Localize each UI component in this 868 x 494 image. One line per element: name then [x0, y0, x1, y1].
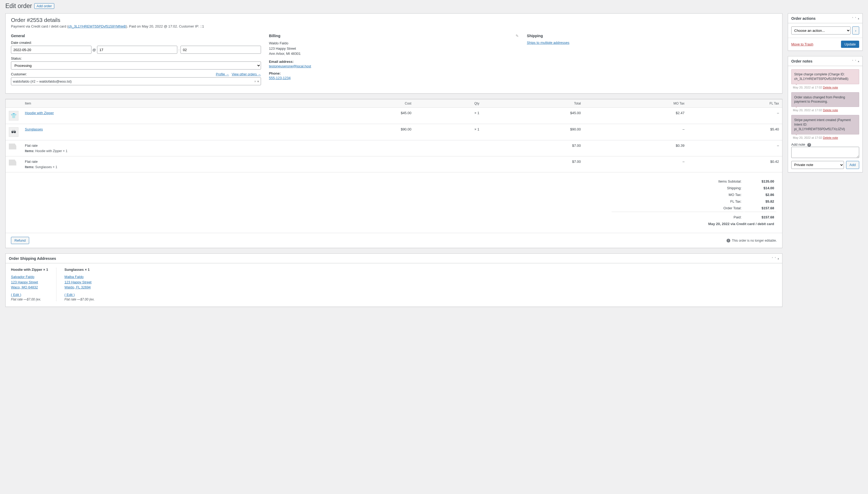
- customer-select[interactable]: waldofaldo (#2 – waldofaldo@woo.tst) × ▾: [11, 77, 261, 85]
- total-label: MO Tax:: [611, 192, 744, 198]
- colon: :: [178, 48, 180, 52]
- email-label: Email address:: [269, 60, 519, 64]
- paid-value: $157.68: [744, 212, 776, 220]
- total-value: $5.82: [744, 198, 776, 205]
- items-meta-label: Items:: [25, 149, 34, 153]
- ship-edit-link[interactable]: ( Edit ): [64, 292, 95, 298]
- total-label: Shipping:: [611, 185, 744, 191]
- shipping-name: Flat rate: [25, 159, 310, 164]
- note-timestamp: May 20, 2022 at 17:02: [793, 109, 822, 112]
- total-label: Order Total:: [611, 205, 744, 211]
- ship-total: $7.00: [483, 156, 584, 172]
- product-link[interactable]: Hoodie with Zipper: [25, 111, 54, 115]
- item-total: $90.00: [483, 124, 584, 140]
- shipping-icon: [9, 144, 16, 149]
- order-note: Stripe payment intent created (Payment I…: [791, 115, 859, 134]
- date-created-input[interactable]: [11, 46, 92, 54]
- note-type-select[interactable]: Private note: [791, 161, 844, 169]
- update-button[interactable]: Update: [841, 41, 859, 48]
- billing-phone-link[interactable]: 555-123-1234: [269, 76, 291, 80]
- toggle-icon[interactable]: ▴: [858, 17, 859, 20]
- billing-heading: Billing: [269, 34, 281, 38]
- ships-multiple-link[interactable]: Ships to multiple addresses: [527, 41, 569, 45]
- delete-note-link[interactable]: Delete note: [823, 136, 838, 139]
- run-action-button[interactable]: ›: [852, 26, 859, 35]
- move-up-icon[interactable]: ˄: [852, 60, 853, 62]
- status-label: Status:: [11, 56, 261, 60]
- general-column: General Date created: @ :: [11, 34, 261, 88]
- edit-billing-icon[interactable]: ✎: [515, 34, 519, 38]
- view-other-orders-link[interactable]: View other orders →: [232, 73, 261, 76]
- item-motax: –: [584, 124, 688, 140]
- profile-link[interactable]: Profile →: [216, 73, 229, 76]
- move-up-icon[interactable]: ˄: [852, 17, 853, 20]
- items-meta-value: Sunglasses × 1: [35, 165, 57, 169]
- move-to-trash-link[interactable]: Move to Trash: [791, 42, 813, 46]
- ship-edit-link[interactable]: ( Edit ): [11, 292, 48, 298]
- add-note-textarea[interactable]: [791, 147, 859, 158]
- toggle-icon[interactable]: ▴: [858, 60, 859, 62]
- item-fltax: –: [688, 108, 782, 124]
- col-item: Item: [22, 99, 313, 108]
- product-thumb-icon: 🕶: [9, 127, 18, 137]
- ship-street-link[interactable]: 123 Happy Street: [11, 280, 48, 285]
- add-note-label: Add note: [791, 142, 805, 147]
- move-down-icon[interactable]: ˅: [855, 60, 856, 62]
- page-title: Edit order: [5, 2, 32, 10]
- ship-method: Flat rate —$7.00 (ex.: [64, 298, 95, 301]
- delete-note-link[interactable]: Delete note: [823, 86, 838, 89]
- billing-column: Billing ✎ Waldo Faldo 123 Happy Street A…: [269, 34, 519, 88]
- col-qty: Qty: [414, 99, 483, 108]
- billing-citystate: Ann Arbor, MI 48301: [269, 51, 519, 56]
- toggle-icon[interactable]: ▴: [778, 257, 779, 260]
- add-note-button[interactable]: Add: [846, 161, 859, 169]
- move-down-icon[interactable]: ˅: [775, 257, 776, 260]
- ship-street-link[interactable]: 123 Happy Street: [64, 280, 95, 285]
- add-order-button[interactable]: Add order: [34, 3, 54, 9]
- total-value: $157.68: [744, 205, 776, 211]
- shipping-line-row: Flat rate Items: Sunglasses × 1 $7.00 – …: [6, 156, 782, 172]
- total-value: $2.86: [744, 192, 776, 198]
- shipping-column: Shipping Ships to multiple addresses: [527, 34, 777, 88]
- delete-note-link[interactable]: Delete note: [823, 109, 838, 112]
- status-select[interactable]: Processing: [11, 61, 261, 70]
- ship-name-link[interactable]: Salvador Faldo: [11, 274, 48, 280]
- shipping-icon: [9, 159, 16, 166]
- item-fltax: $5.40: [688, 124, 782, 140]
- items-meta-label: Items:: [25, 165, 34, 169]
- order-action-select[interactable]: Choose an action...: [791, 26, 851, 35]
- ship-city-link[interactable]: Waco, MO 64832: [11, 285, 48, 290]
- refund-button[interactable]: Refund: [11, 237, 29, 244]
- ship-card-title: Sunglasses × 1: [64, 268, 95, 271]
- clear-customer-icon[interactable]: × ▾: [254, 79, 259, 83]
- billing-email-link[interactable]: testoneuserone@local.host: [269, 64, 311, 68]
- shipping-addresses-box: Order Shipping Addresses ˄ ˅ ▴ Hoodie wi…: [5, 253, 782, 307]
- item-qty: × 1: [414, 108, 483, 124]
- move-down-icon[interactable]: ˅: [855, 17, 856, 20]
- item-cost: $45.00: [313, 108, 415, 124]
- hour-input[interactable]: [97, 46, 177, 54]
- order-notes-box: Order notes ˄ ˅ ▴ Stripe charge complete…: [788, 56, 863, 172]
- ship-motax: –: [584, 156, 688, 172]
- ship-method: Flat rate —$7.00 (ex.: [11, 298, 41, 301]
- line-item-row: 👕 Hoodie with Zipper $45.00 × 1 $45.00 $…: [6, 108, 782, 124]
- move-up-icon[interactable]: ˄: [772, 257, 773, 260]
- ship-city-link[interactable]: Waldo, FL 32694: [64, 285, 95, 290]
- minute-input[interactable]: [181, 46, 261, 54]
- product-link[interactable]: Sunglasses: [25, 127, 43, 131]
- ship-name-link[interactable]: Malba Faldo: [64, 274, 95, 280]
- line-item-row: 🕶 Sunglasses $90.00 × 1 $90.00 – $5.40: [6, 124, 782, 140]
- ship-address-card: Hoodie with Zipper × 1 Salvador Faldo 12…: [11, 268, 56, 301]
- order-subtitle: Payment via Credit card / debit card (ch…: [11, 24, 777, 28]
- customer-label: Customer:: [11, 72, 27, 76]
- charge-link[interactable]: ch_3L1YHREWT55PDvf5159YMNeB: [69, 24, 126, 28]
- item-cost: $90.00: [313, 124, 415, 140]
- shipping-addresses-heading: Order Shipping Addresses: [9, 256, 56, 261]
- ship-total: $7.00: [483, 140, 584, 156]
- shipping-line-row: Flat rate Items: Hoodie with Zipper × 1 …: [6, 140, 782, 156]
- order-heading: Order #2553 details: [11, 17, 777, 23]
- help-icon[interactable]: ?: [807, 143, 811, 147]
- items-meta-value: Hoodie with Zipper × 1: [35, 149, 68, 153]
- note-timestamp: May 20, 2022 at 17:02: [793, 86, 822, 89]
- item-motax: $2.47: [584, 108, 688, 124]
